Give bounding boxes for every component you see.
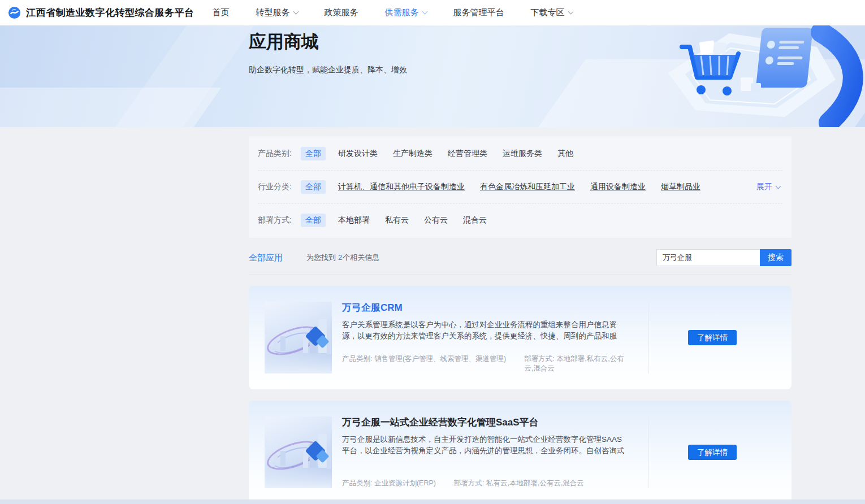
app-thumbnail xyxy=(265,302,332,373)
top-header: 江西省制造业数字化转型综合服务平台 首页 转型服务 政策服务 供需服务 服务管理… xyxy=(0,0,865,25)
filter-label: 行业分类: xyxy=(258,182,292,192)
tab-all-apps[interactable]: 全部应用 xyxy=(249,253,283,263)
nav-item-download-zone[interactable]: 下载专区 xyxy=(531,7,573,18)
meta-deployment: 部署方式: 私有云,本地部署,公有云,混合云 xyxy=(454,479,625,488)
results-count: 2 xyxy=(338,253,342,262)
hero-banner: 应用商城 助企数字化转型，赋能企业提质、降本、增效 xyxy=(0,25,865,127)
chevron-down-icon xyxy=(776,183,781,189)
filter-chip[interactable]: 通用设备制造业 xyxy=(590,182,646,192)
expand-link[interactable]: 展开 xyxy=(756,182,780,192)
page-title: 应用商城 xyxy=(249,30,407,54)
filter-chip[interactable]: 混合云 xyxy=(463,215,487,225)
main-content: 产品类别: 全部 研发设计类 生产制造类 经营管理类 运维服务类 其他 行业分类… xyxy=(249,136,792,504)
chevron-down-icon xyxy=(422,9,427,15)
logo-icon xyxy=(8,6,21,19)
filter-label: 产品类别: xyxy=(258,149,292,159)
filter-chip[interactable]: 生产制造类 xyxy=(393,149,432,159)
app-title[interactable]: 万弓企服一站式企业经营数字化管理SaaS平台 xyxy=(342,416,625,429)
page-subtitle: 助企数字化转型，赋能企业提质、降本、增效 xyxy=(249,65,407,75)
meta-deployment: 部署方式: 本地部署,私有云,公有云,混合云 xyxy=(524,354,625,373)
nav-item-policy-services[interactable]: 政策服务 xyxy=(325,7,358,18)
brand-title: 江西省制造业数字化转型综合服务平台 xyxy=(26,6,194,19)
card-action-column: 了解详情 xyxy=(648,302,776,373)
filter-chip[interactable]: 公有云 xyxy=(424,215,448,225)
nav-item-transform-services[interactable]: 转型服务 xyxy=(256,7,298,18)
filter-label: 部署方式: xyxy=(258,215,292,225)
filter-row-deployment: 部署方式: 全部 本地部署 私有云 公有云 混合云 xyxy=(258,204,782,237)
screen-icon xyxy=(756,28,813,88)
nav-item-home[interactable]: 首页 xyxy=(213,7,230,18)
search-button[interactable]: 搜索 xyxy=(760,249,792,266)
filter-panel: 产品类别: 全部 研发设计类 生产制造类 经营管理类 运维服务类 其他 行业分类… xyxy=(249,136,792,238)
app-meta: 产品类别: 企业资源计划(ERP) 部署方式: 私有云,本地部署,公有云,混合云 xyxy=(342,472,625,488)
filter-chip-all[interactable]: 全部 xyxy=(301,147,326,160)
divider xyxy=(249,274,792,275)
detail-button[interactable]: 了解详情 xyxy=(688,330,737,345)
filter-chip[interactable]: 私有云 xyxy=(385,215,409,225)
nav-item-service-mgmt-platform[interactable]: 服务管理平台 xyxy=(453,7,504,18)
banner-illustration xyxy=(645,25,865,127)
card-body: 万弓企服一站式企业经营数字化管理SaaS平台 万弓企服是以新信息技术，自主开发打… xyxy=(342,416,625,488)
search-box: 搜索 xyxy=(656,249,792,266)
filter-chip[interactable]: 本地部署 xyxy=(338,215,370,225)
filter-chip[interactable]: 有色金属冶炼和压延加工业 xyxy=(480,182,575,192)
filter-row-industry: 行业分类: 全部 计算机、通信和其他电子设备制造业 有色金属冶炼和压延加工业 通… xyxy=(258,171,782,204)
footer-strip xyxy=(0,499,865,504)
main-nav: 首页 转型服务 政策服务 供需服务 服务管理平台 下载专区 xyxy=(213,7,599,18)
filter-row-product-category: 产品类别: 全部 研发设计类 生产制造类 经营管理类 运维服务类 其他 xyxy=(258,137,782,171)
filter-chip-all[interactable]: 全部 xyxy=(301,180,326,194)
detail-button[interactable]: 了解详情 xyxy=(688,445,737,460)
filter-chip[interactable]: 计算机、通信和其他电子设备制造业 xyxy=(338,182,465,192)
app-card-saas[interactable]: 万弓企服一站式企业经营数字化管理SaaS平台 万弓企服是以新信息技术，自主开发打… xyxy=(249,401,792,504)
filter-chip[interactable]: 运维服务类 xyxy=(503,149,542,159)
card-action-column: 了解详情 xyxy=(648,416,776,488)
app-title[interactable]: 万弓企服CRM xyxy=(342,302,625,314)
brand[interactable]: 江西省制造业数字化转型综合服务平台 xyxy=(8,6,194,19)
search-input[interactable] xyxy=(656,249,760,266)
app-description: 万弓企服是以新信息技术，自主开发打造的智能化一站式企业经营数字化管理SAAS平台… xyxy=(342,434,625,457)
filter-chip[interactable]: 研发设计类 xyxy=(338,149,378,159)
filter-chip-all[interactable]: 全部 xyxy=(301,214,326,227)
chevron-down-icon xyxy=(568,9,573,15)
nav-item-supply-demand[interactable]: 供需服务 xyxy=(385,7,427,18)
app-card-crm[interactable]: 万弓企服CRM 客户关系管理系统是以客户为中心，通过对企业业务流程的重组来整合用… xyxy=(249,286,792,389)
chevron-down-icon xyxy=(293,9,299,15)
results-bar: 全部应用 为您找到2个相关信息 搜索 xyxy=(249,249,792,266)
filter-chip[interactable]: 其他 xyxy=(557,149,573,159)
filter-chip[interactable]: 烟草制品业 xyxy=(661,182,700,192)
meta-category: 产品类别: 企业资源计划(ERP) xyxy=(342,479,436,488)
meta-category: 产品类别: 销售管理(客户管理、线索管理、渠道管理) xyxy=(342,354,506,373)
results-summary: 为您找到2个相关信息 xyxy=(306,253,379,263)
app-description: 客户关系管理系统是以客户为中心，通过对企业业务流程的重组来整合用户信息资源，以更… xyxy=(342,319,625,342)
filter-chip[interactable]: 经营管理类 xyxy=(448,149,487,159)
app-meta: 产品类别: 销售管理(客户管理、线索管理、渠道管理) 部署方式: 本地部署,私有… xyxy=(342,347,625,373)
card-body: 万弓企服CRM 客户关系管理系统是以客户为中心，通过对企业业务流程的重组来整合用… xyxy=(342,302,625,373)
app-thumbnail xyxy=(265,416,332,488)
